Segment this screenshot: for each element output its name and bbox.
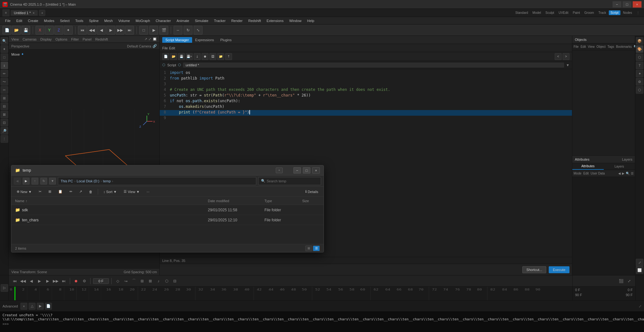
menu-tracker[interactable]: Tracker <box>212 18 228 23</box>
fe-col-name[interactable]: Name ↑ <box>11 199 204 203</box>
script-image-btn[interactable]: 🖼 <box>209 53 216 60</box>
close-button[interactable]: × <box>633 1 641 8</box>
fe-up-btn[interactable]: ↑ <box>31 178 38 185</box>
ws-more-icon[interactable]: ⋮ <box>635 10 641 15</box>
viewport-menu-redshift[interactable]: Redshift <box>95 37 108 41</box>
menu-render[interactable]: Render <box>229 18 245 23</box>
ws-layout-sculpt[interactable]: Sculpt <box>544 10 556 15</box>
script-new-btn[interactable]: 📄 <box>162 53 169 60</box>
menu-character[interactable]: Character <box>153 18 173 23</box>
tl-next-frame[interactable]: ▶ <box>44 278 51 285</box>
menu-select[interactable]: Select <box>58 18 72 23</box>
tl-record-btn[interactable]: ⏺ <box>73 278 80 285</box>
adv-btn-play[interactable]: ▶ <box>37 303 44 310</box>
attrs-search-icon[interactable]: 🔍 <box>626 172 630 175</box>
toolbar-y-btn[interactable]: Y <box>45 26 54 35</box>
script-export-btn[interactable]: ⤒ <box>225 53 232 60</box>
toolbar-rotate-btn[interactable]: ↻ <box>184 26 192 35</box>
right-icon-layer[interactable]: ⬡ <box>636 86 643 94</box>
right-icon-layout[interactable]: ⬜ <box>636 266 643 274</box>
toolbar-render-region[interactable]: □ <box>139 26 148 35</box>
menu-create[interactable]: Create <box>25 18 41 23</box>
script-edit-menu[interactable]: Edit <box>169 46 175 50</box>
right-icon-3d[interactable]: ⬡ <box>636 53 643 61</box>
tl-extra-btn[interactable]: ⬡ <box>163 278 170 285</box>
tl-icon-1[interactable]: ▷ <box>1 284 8 292</box>
ws-layout-model[interactable]: Model <box>530 10 543 15</box>
right-icon-attrs[interactable]: 🎨 <box>636 45 643 53</box>
tab-close-icon[interactable]: × <box>33 11 35 15</box>
right-icon-objects[interactable]: 📦 <box>636 37 643 45</box>
fe-col-type[interactable]: Type <box>261 199 298 203</box>
fe-share-btn[interactable]: ↗ <box>76 188 85 196</box>
script-open-btn[interactable]: 📂 <box>170 53 177 60</box>
obj-menu-view[interactable]: View <box>588 45 595 48</box>
workspace-tab-active[interactable]: Untitled 1 * × <box>11 10 38 16</box>
fe-col-date[interactable]: Date modified <box>204 199 261 203</box>
ws-layout-nodes[interactable]: Nodes <box>621 10 634 15</box>
new-tab-button[interactable]: + <box>39 10 45 16</box>
toolbar-play-btn[interactable]: ▶ <box>106 26 115 35</box>
tl-go-start[interactable]: ⏮ <box>11 278 18 285</box>
attrs-edit-label[interactable]: Edit <box>583 172 589 175</box>
tl-prev[interactable]: ◀◀ <box>19 278 26 285</box>
attrs-mode-label[interactable]: Mode <box>574 172 581 175</box>
fe-refresh-btn[interactable]: ↻ <box>40 178 47 185</box>
menu-mograph[interactable]: MoGraph <box>133 18 153 23</box>
menu-mesh[interactable]: Mesh <box>102 18 115 23</box>
viewport-menu-filter[interactable]: Filter <box>71 37 79 41</box>
viewport-menu-panel[interactable]: Panel <box>83 37 92 41</box>
script-file-menu[interactable]: File <box>162 46 168 50</box>
fe-back-btn[interactable]: ◀ <box>14 178 21 185</box>
fe-col-size[interactable]: Size <box>298 199 324 203</box>
obj-menu-object[interactable]: Object <box>597 45 606 48</box>
tool-box-select[interactable]: □ <box>1 53 8 61</box>
tl-go-end[interactable]: ⏭ <box>60 278 67 285</box>
tl-record-opt[interactable]: ⚙ <box>81 278 88 285</box>
attrs-userdata-label[interactable]: User Data <box>591 172 605 175</box>
viewport-menu-display[interactable]: Display <box>40 37 52 41</box>
toolbar-render-btn[interactable]: 🎬 <box>159 26 168 35</box>
fe-copy-btn[interactable]: ⊞ <box>46 188 54 196</box>
tool-move[interactable]: ✦ <box>1 45 8 53</box>
fe-search-input[interactable] <box>267 179 318 183</box>
tl-dopesheet-btn[interactable]: ⊞ <box>139 278 146 285</box>
toolbar-move-btn[interactable]: ↔ <box>174 26 182 35</box>
tool-bridge[interactable]: ⊟ <box>1 102 8 110</box>
viewport-menu-cameras[interactable]: Cameras <box>23 37 37 41</box>
obj-menu-file[interactable]: File <box>574 45 579 48</box>
toolbar-play-start[interactable]: ⏮ <box>78 26 87 35</box>
fe-maximize-btn[interactable]: □ <box>303 167 310 174</box>
right-icon-anim[interactable]: ⚙ <box>636 78 643 86</box>
fe-delete-btn[interactable]: 🗑 <box>86 188 95 196</box>
adv-btn-x[interactable]: × <box>20 303 27 310</box>
fe-cut-btn[interactable]: ✂ <box>36 188 44 196</box>
tl-curve-btn[interactable]: ⌒ <box>130 278 137 285</box>
fe-add-tab-btn[interactable]: + <box>276 168 283 173</box>
fe-bread-temp[interactable]: temp <box>103 179 111 183</box>
obj-menu-edit[interactable]: Edit <box>580 45 586 48</box>
viewport-icon-3[interactable]: 🔲 <box>153 37 157 41</box>
viewport-icon-2[interactable]: ⤢ <box>148 37 151 41</box>
fe-bread-thispc[interactable]: This PC <box>61 179 73 183</box>
ws-layout-paint[interactable]: Paint <box>571 10 582 15</box>
script-folder-btn[interactable]: 📁 <box>217 53 224 60</box>
tl-anim-btn[interactable]: ⊟ <box>171 278 178 285</box>
menu-edit[interactable]: Edit <box>14 18 25 23</box>
tl-play[interactable]: ▶ <box>36 278 43 285</box>
toolbar-step-back[interactable]: ◀◀ <box>87 26 96 35</box>
tl-powercurve-btn[interactable]: ⊠ <box>147 278 154 285</box>
toolbar-play-end[interactable]: ⏭ <box>125 26 134 35</box>
right-icon-t[interactable]: T <box>636 62 643 69</box>
toolbar-render-preview[interactable]: ▶ <box>149 26 158 35</box>
script-save-as-btn[interactable]: 💾+ <box>186 53 193 60</box>
fe-grid-view-btn[interactable]: ⊞ <box>305 246 312 251</box>
menu-tools[interactable]: Tools <box>73 18 86 23</box>
tool-extrude[interactable]: ⊠ <box>1 111 8 118</box>
tl-prev-frame[interactable]: ◀ <box>28 278 35 285</box>
right-icon-particles[interactable]: ✦ <box>636 70 643 77</box>
adv-btn-triangle[interactable]: △ <box>29 303 36 310</box>
fe-paste-btn[interactable]: 📋 <box>55 188 65 196</box>
tool-spline[interactable]: 〜 <box>1 78 8 86</box>
menu-redshift[interactable]: Redshift <box>246 18 263 23</box>
